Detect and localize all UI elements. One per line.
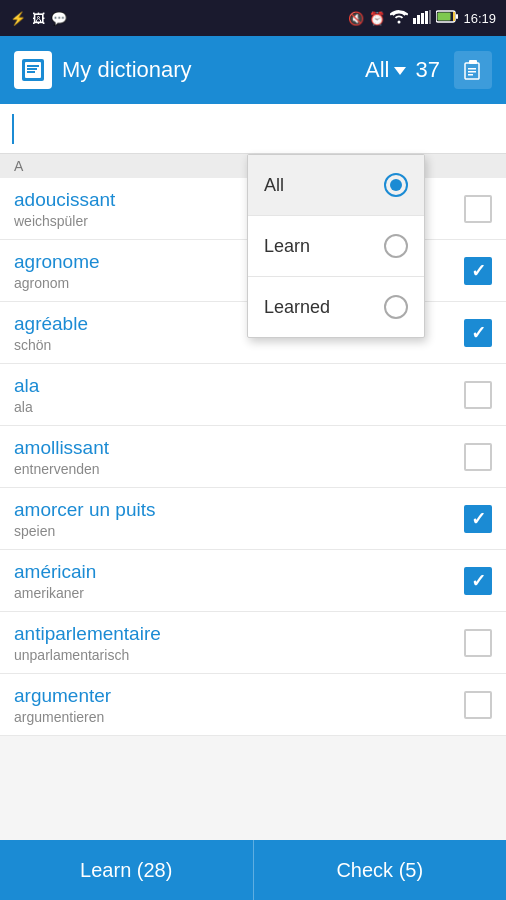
- image-icon: 🖼: [32, 11, 45, 26]
- svg-rect-18: [468, 74, 473, 76]
- word-label: amorcer un puits: [14, 499, 464, 521]
- filter-all-radio: [384, 173, 408, 197]
- svg-rect-2: [421, 13, 424, 24]
- app-logo: [14, 51, 52, 89]
- word-checkbox[interactable]: [464, 691, 492, 719]
- word-checkbox[interactable]: [464, 443, 492, 471]
- filter-option-all[interactable]: All: [248, 155, 424, 216]
- svg-rect-1: [417, 15, 420, 24]
- time-display: 16:19: [463, 11, 496, 26]
- alarm-icon: ⏰: [369, 11, 385, 26]
- list-item: américain amerikaner: [0, 550, 506, 612]
- svg-rect-4: [429, 10, 431, 24]
- filter-learned-label: Learned: [264, 297, 330, 318]
- list-item: antiparlementaire unparlamentarisch: [0, 612, 506, 674]
- filter-dropdown: All Learn Learned: [247, 154, 425, 338]
- wifi-icon: [390, 10, 408, 27]
- word-checkbox[interactable]: [464, 381, 492, 409]
- app-title: My dictionary: [62, 57, 365, 83]
- filter-learn-label: Learn: [264, 236, 310, 257]
- translation-label: unparlamentarisch: [14, 647, 464, 663]
- word-checkbox[interactable]: [464, 195, 492, 223]
- word-checkbox[interactable]: [464, 505, 492, 533]
- filter-all-label: All: [264, 175, 284, 196]
- filter-learn-radio: [384, 234, 408, 258]
- filter-option-learn[interactable]: Learn: [248, 216, 424, 277]
- translation-label: amerikaner: [14, 585, 464, 601]
- status-icons-right: 🔇 ⏰ 16:19: [348, 10, 496, 27]
- translation-label: speien: [14, 523, 464, 539]
- list-item: amollissant entnervenden: [0, 426, 506, 488]
- svg-rect-15: [469, 60, 477, 64]
- search-input[interactable]: [12, 114, 494, 144]
- svg-rect-7: [456, 14, 458, 19]
- svg-rect-3: [425, 11, 428, 24]
- word-count: 37: [416, 57, 440, 83]
- word-label: américain: [14, 561, 464, 583]
- status-icons-left: ⚡ 🖼 💬: [10, 11, 67, 26]
- translation-label: argumentieren: [14, 709, 464, 725]
- svg-rect-0: [413, 18, 416, 24]
- mute-icon: 🔇: [348, 11, 364, 26]
- translation-label: ala: [14, 399, 464, 415]
- filter-dropdown-button[interactable]: All: [365, 57, 405, 83]
- svg-rect-17: [468, 71, 476, 73]
- check-button[interactable]: Check (5): [254, 840, 507, 900]
- svg-rect-16: [468, 68, 476, 70]
- svg-rect-8: [453, 12, 455, 21]
- list-item: amorcer un puits speien: [0, 488, 506, 550]
- word-checkbox[interactable]: [464, 319, 492, 347]
- word-text-group: argumenter argumentieren: [14, 685, 464, 725]
- filter-learned-radio: [384, 295, 408, 319]
- word-text-group: amollissant entnervenden: [14, 437, 464, 477]
- word-label: amollissant: [14, 437, 464, 459]
- word-label: argumenter: [14, 685, 464, 707]
- learn-button[interactable]: Learn (28): [0, 840, 254, 900]
- word-text-group: ala ala: [14, 375, 464, 415]
- svg-rect-6: [438, 13, 451, 21]
- battery-icon: [436, 10, 458, 26]
- filter-all-radio-fill: [390, 179, 402, 191]
- usb-icon: ⚡: [10, 11, 26, 26]
- word-checkbox[interactable]: [464, 629, 492, 657]
- translation-label: entnervenden: [14, 461, 464, 477]
- svg-rect-11: [27, 65, 39, 67]
- whatsapp-icon: 💬: [51, 11, 67, 26]
- word-label: antiparlementaire: [14, 623, 464, 645]
- signal-icon: [413, 10, 431, 27]
- search-bar: [0, 104, 506, 154]
- word-text-group: antiparlementaire unparlamentarisch: [14, 623, 464, 663]
- word-label: ala: [14, 375, 464, 397]
- list-item: argumenter argumentieren: [0, 674, 506, 736]
- bottom-bar: Learn (28) Check (5): [0, 840, 506, 900]
- word-checkbox[interactable]: [464, 257, 492, 285]
- filter-option-learned[interactable]: Learned: [248, 277, 424, 337]
- svg-rect-13: [27, 71, 35, 73]
- app-header: My dictionary All 37: [0, 36, 506, 104]
- svg-rect-12: [27, 68, 37, 70]
- word-text-group: amorcer un puits speien: [14, 499, 464, 539]
- status-bar: ⚡ 🖼 💬 🔇 ⏰: [0, 0, 506, 36]
- word-text-group: américain amerikaner: [14, 561, 464, 601]
- paste-button[interactable]: [454, 51, 492, 89]
- list-item: ala ala: [0, 364, 506, 426]
- translation-label: schön: [14, 337, 464, 353]
- word-checkbox[interactable]: [464, 567, 492, 595]
